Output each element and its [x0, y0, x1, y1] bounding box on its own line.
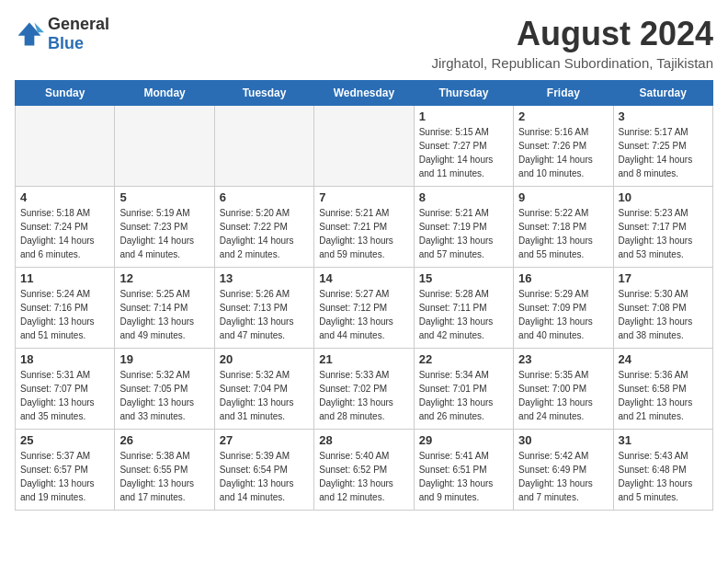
day-number: 1	[419, 109, 508, 123]
calendar-cell: 10Sunrise: 5:23 AMSunset: 7:17 PMDayligh…	[613, 187, 712, 268]
day-number: 28	[319, 433, 408, 447]
calendar-cell: 25Sunrise: 5:37 AMSunset: 6:57 PMDayligh…	[16, 430, 115, 511]
calendar-cell	[314, 106, 414, 187]
day-info: Sunrise: 5:31 AMSunset: 7:07 PMDaylight:…	[20, 368, 109, 423]
day-number: 29	[419, 433, 508, 447]
day-number: 23	[518, 352, 608, 366]
day-info: Sunrise: 5:24 AMSunset: 7:16 PMDaylight:…	[20, 287, 109, 342]
title-block: August 2024 Jirghatol, Republican Subord…	[431, 15, 713, 71]
week-row-4: 18Sunrise: 5:31 AMSunset: 7:07 PMDayligh…	[16, 349, 713, 430]
header-row: SundayMondayTuesdayWednesdayThursdayFrid…	[16, 81, 713, 106]
calendar-cell: 7Sunrise: 5:21 AMSunset: 7:21 PMDaylight…	[314, 187, 414, 268]
logo: General Blue	[15, 15, 109, 53]
calendar-cell: 28Sunrise: 5:40 AMSunset: 6:52 PMDayligh…	[314, 430, 414, 511]
header-cell-tuesday: Tuesday	[214, 81, 313, 106]
day-number: 17	[619, 271, 708, 285]
day-number: 11	[20, 271, 109, 285]
header-cell-monday: Monday	[115, 81, 214, 106]
logo-text-general: General	[48, 15, 109, 33]
page-header: General Blue August 2024 Jirghatol, Repu…	[15, 15, 713, 71]
day-info: Sunrise: 5:41 AMSunset: 6:51 PMDaylight:…	[419, 449, 508, 504]
calendar-cell: 6Sunrise: 5:20 AMSunset: 7:22 PMDaylight…	[214, 187, 313, 268]
week-row-5: 25Sunrise: 5:37 AMSunset: 6:57 PMDayligh…	[16, 430, 713, 511]
calendar-table: SundayMondayTuesdayWednesdayThursdayFrid…	[15, 80, 713, 511]
day-info: Sunrise: 5:29 AMSunset: 7:09 PMDaylight:…	[518, 287, 608, 342]
day-number: 15	[419, 271, 508, 285]
day-info: Sunrise: 5:18 AMSunset: 7:24 PMDaylight:…	[20, 206, 109, 261]
day-number: 6	[220, 190, 309, 204]
calendar-cell: 21Sunrise: 5:33 AMSunset: 7:02 PMDayligh…	[314, 349, 414, 430]
day-info: Sunrise: 5:17 AMSunset: 7:25 PMDaylight:…	[619, 125, 708, 180]
day-number: 22	[419, 352, 508, 366]
day-info: Sunrise: 5:38 AMSunset: 6:55 PMDaylight:…	[119, 449, 209, 504]
day-info: Sunrise: 5:15 AMSunset: 7:27 PMDaylight:…	[419, 125, 508, 180]
day-number: 13	[220, 271, 309, 285]
day-info: Sunrise: 5:37 AMSunset: 6:57 PMDaylight:…	[20, 449, 109, 504]
day-info: Sunrise: 5:30 AMSunset: 7:08 PMDaylight:…	[619, 287, 708, 342]
header-cell-sunday: Sunday	[16, 81, 115, 106]
logo-text-blue: Blue	[48, 34, 84, 52]
day-info: Sunrise: 5:40 AMSunset: 6:52 PMDaylight:…	[319, 449, 408, 504]
day-info: Sunrise: 5:26 AMSunset: 7:13 PMDaylight:…	[220, 287, 309, 342]
day-info: Sunrise: 5:28 AMSunset: 7:11 PMDaylight:…	[419, 287, 508, 342]
day-info: Sunrise: 5:33 AMSunset: 7:02 PMDaylight:…	[319, 368, 408, 423]
logo-icon	[15, 19, 44, 49]
day-info: Sunrise: 5:39 AMSunset: 6:54 PMDaylight:…	[220, 449, 309, 504]
day-number: 19	[119, 352, 209, 366]
calendar-cell: 12Sunrise: 5:25 AMSunset: 7:14 PMDayligh…	[115, 268, 214, 349]
calendar-cell: 9Sunrise: 5:22 AMSunset: 7:18 PMDaylight…	[514, 187, 613, 268]
calendar-cell: 4Sunrise: 5:18 AMSunset: 7:24 PMDaylight…	[16, 187, 115, 268]
day-info: Sunrise: 5:32 AMSunset: 7:04 PMDaylight:…	[220, 368, 309, 423]
day-info: Sunrise: 5:32 AMSunset: 7:05 PMDaylight:…	[119, 368, 209, 423]
calendar-cell: 29Sunrise: 5:41 AMSunset: 6:51 PMDayligh…	[414, 430, 513, 511]
day-info: Sunrise: 5:35 AMSunset: 7:00 PMDaylight:…	[518, 368, 608, 423]
calendar-cell: 23Sunrise: 5:35 AMSunset: 7:00 PMDayligh…	[514, 349, 613, 430]
header-cell-friday: Friday	[514, 81, 613, 106]
day-number: 16	[518, 271, 608, 285]
day-number: 20	[220, 352, 309, 366]
calendar-cell: 22Sunrise: 5:34 AMSunset: 7:01 PMDayligh…	[414, 349, 513, 430]
day-info: Sunrise: 5:21 AMSunset: 7:21 PMDaylight:…	[319, 206, 408, 261]
day-info: Sunrise: 5:20 AMSunset: 7:22 PMDaylight:…	[220, 206, 309, 261]
day-number: 8	[419, 190, 508, 204]
day-number: 2	[518, 109, 608, 123]
calendar-cell: 11Sunrise: 5:24 AMSunset: 7:16 PMDayligh…	[16, 268, 115, 349]
day-info: Sunrise: 5:43 AMSunset: 6:48 PMDaylight:…	[619, 449, 708, 504]
calendar-cell: 17Sunrise: 5:30 AMSunset: 7:08 PMDayligh…	[613, 268, 712, 349]
day-number: 7	[319, 190, 408, 204]
calendar-cell: 24Sunrise: 5:36 AMSunset: 6:58 PMDayligh…	[613, 349, 712, 430]
day-number: 31	[619, 433, 708, 447]
day-number: 4	[20, 190, 109, 204]
header-cell-wednesday: Wednesday	[314, 81, 414, 106]
day-info: Sunrise: 5:16 AMSunset: 7:26 PMDaylight:…	[518, 125, 608, 180]
calendar-cell: 30Sunrise: 5:42 AMSunset: 6:49 PMDayligh…	[514, 430, 613, 511]
subtitle: Jirghatol, Republican Subordination, Taj…	[431, 55, 713, 71]
calendar-cell: 13Sunrise: 5:26 AMSunset: 7:13 PMDayligh…	[214, 268, 313, 349]
day-number: 12	[119, 271, 209, 285]
week-row-3: 11Sunrise: 5:24 AMSunset: 7:16 PMDayligh…	[16, 268, 713, 349]
day-number: 30	[518, 433, 608, 447]
day-number: 27	[220, 433, 309, 447]
day-number: 9	[518, 190, 608, 204]
day-info: Sunrise: 5:36 AMSunset: 6:58 PMDaylight:…	[619, 368, 708, 423]
day-number: 21	[319, 352, 408, 366]
calendar-cell	[16, 106, 115, 187]
calendar-cell: 8Sunrise: 5:21 AMSunset: 7:19 PMDaylight…	[414, 187, 513, 268]
day-info: Sunrise: 5:27 AMSunset: 7:12 PMDaylight:…	[319, 287, 408, 342]
calendar-cell	[115, 106, 214, 187]
day-info: Sunrise: 5:21 AMSunset: 7:19 PMDaylight:…	[419, 206, 508, 261]
calendar-cell: 15Sunrise: 5:28 AMSunset: 7:11 PMDayligh…	[414, 268, 513, 349]
calendar-cell: 27Sunrise: 5:39 AMSunset: 6:54 PMDayligh…	[214, 430, 313, 511]
day-number: 24	[619, 352, 708, 366]
day-number: 14	[319, 271, 408, 285]
day-info: Sunrise: 5:19 AMSunset: 7:23 PMDaylight:…	[119, 206, 209, 261]
calendar-cell: 31Sunrise: 5:43 AMSunset: 6:48 PMDayligh…	[613, 430, 712, 511]
day-info: Sunrise: 5:22 AMSunset: 7:18 PMDaylight:…	[518, 206, 608, 261]
day-info: Sunrise: 5:34 AMSunset: 7:01 PMDaylight:…	[419, 368, 508, 423]
calendar-cell: 19Sunrise: 5:32 AMSunset: 7:05 PMDayligh…	[115, 349, 214, 430]
week-row-1: 1Sunrise: 5:15 AMSunset: 7:27 PMDaylight…	[16, 106, 713, 187]
calendar-cell: 20Sunrise: 5:32 AMSunset: 7:04 PMDayligh…	[214, 349, 313, 430]
day-info: Sunrise: 5:25 AMSunset: 7:14 PMDaylight:…	[119, 287, 209, 342]
day-number: 3	[619, 109, 708, 123]
day-number: 25	[20, 433, 109, 447]
